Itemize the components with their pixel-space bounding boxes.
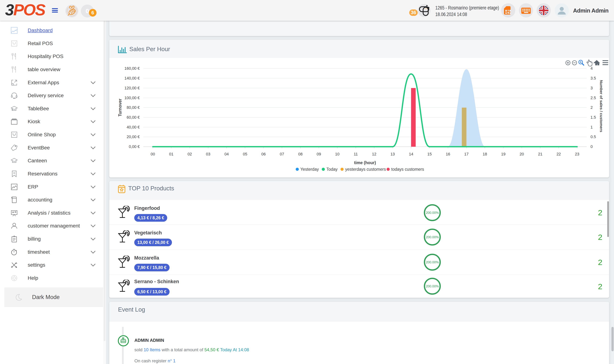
svg-text:20,00 €: 20,00 € <box>127 135 140 139</box>
svg-text:03: 03 <box>206 152 210 156</box>
svg-text:yesterdays customers: yesterdays customers <box>345 167 386 172</box>
svg-text:04: 04 <box>224 152 229 156</box>
svg-text:Today: Today <box>326 167 338 172</box>
svg-text:160,00 €: 160,00 € <box>124 66 140 71</box>
svg-text:13: 13 <box>390 152 395 156</box>
svg-text:1.5: 1.5 <box>590 115 596 119</box>
svg-text:05: 05 <box>243 152 247 156</box>
svg-text:4: 4 <box>590 66 593 71</box>
svg-text:22: 22 <box>556 152 561 156</box>
svg-text:80,00 €: 80,00 € <box>127 105 140 110</box>
svg-text:Number of sales / customers: Number of sales / customers <box>599 80 603 132</box>
svg-text:14: 14 <box>409 152 413 156</box>
svg-text:time (hour): time (hour) <box>354 160 376 165</box>
svg-text:3.5: 3.5 <box>590 76 596 80</box>
svg-text:00: 00 <box>151 152 155 156</box>
svg-text:120,00 €: 120,00 € <box>124 86 140 90</box>
svg-text:19: 19 <box>501 152 506 156</box>
svg-text:0,00 €: 0,00 € <box>129 144 140 149</box>
svg-text:40,00 €: 40,00 € <box>127 125 140 130</box>
svg-text:21: 21 <box>538 152 542 156</box>
svg-text:11: 11 <box>354 152 358 156</box>
svg-text:20: 20 <box>520 152 524 156</box>
svg-text:140,00 €: 140,00 € <box>124 76 140 80</box>
svg-text:3: 3 <box>590 86 593 90</box>
svg-text:10: 10 <box>335 152 339 156</box>
svg-text:Yesterday: Yesterday <box>300 167 319 172</box>
svg-text:2: 2 <box>590 105 593 110</box>
svg-text:02: 02 <box>187 152 192 156</box>
svg-text:2.5: 2.5 <box>590 96 596 100</box>
svg-text:23: 23 <box>575 152 579 156</box>
svg-text:todays customers: todays customers <box>391 167 424 172</box>
svg-text:Turnover: Turnover <box>118 99 122 117</box>
svg-text:01: 01 <box>169 152 174 156</box>
svg-text:06: 06 <box>261 152 266 156</box>
svg-text:09: 09 <box>317 152 321 156</box>
svg-text:15: 15 <box>427 152 432 156</box>
svg-text:12: 12 <box>372 152 376 156</box>
svg-text:0.5: 0.5 <box>590 135 596 139</box>
svg-text:17: 17 <box>464 152 469 156</box>
svg-text:60,00 €: 60,00 € <box>127 115 140 119</box>
svg-text:1: 1 <box>590 125 593 130</box>
svg-text:08: 08 <box>298 152 303 156</box>
svg-text:100,00 €: 100,00 € <box>124 96 140 100</box>
svg-text:07: 07 <box>280 152 284 156</box>
svg-text:18: 18 <box>483 152 487 156</box>
svg-text:0: 0 <box>590 144 593 149</box>
svg-text:16: 16 <box>446 152 450 156</box>
